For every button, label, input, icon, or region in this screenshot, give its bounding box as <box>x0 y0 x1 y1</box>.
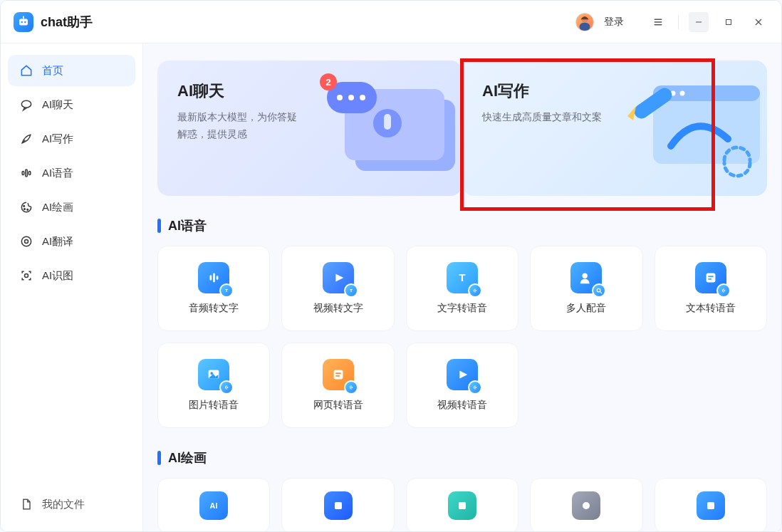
titlebar-divider <box>678 15 679 29</box>
tile-paint-5[interactable] <box>655 478 767 531</box>
web-to-voice-icon <box>323 359 354 390</box>
sidebar-item-voice[interactable]: AI语音 <box>8 157 135 189</box>
hero-card-write[interactable]: AI写作 快速生成高质量文章和文案 <box>462 61 767 196</box>
svg-line-54 <box>600 291 602 293</box>
sidebar-list: 首页 AI聊天 AI写作 AI语音 AI绘画 <box>8 55 135 291</box>
window-close-button[interactable] <box>749 12 768 32</box>
svg-point-4 <box>23 16 24 17</box>
svg-rect-11 <box>726 19 731 24</box>
tile-paint-1[interactable]: AI <box>157 478 270 531</box>
svg-rect-16 <box>22 172 24 175</box>
window-maximize-button[interactable] <box>719 12 739 32</box>
svg-point-14 <box>21 100 31 108</box>
tile-web-to-voice[interactable]: 网页转语音 <box>281 343 394 428</box>
svg-rect-69 <box>350 386 350 388</box>
svg-rect-59 <box>723 288 724 293</box>
svg-rect-42 <box>210 275 212 280</box>
svg-rect-71 <box>352 387 353 389</box>
section-bar-icon <box>157 451 161 465</box>
svg-text:AI: AI <box>210 501 218 510</box>
tile-label: 音频转文字 <box>189 302 239 315</box>
svg-rect-51 <box>476 290 476 292</box>
svg-text:T: T <box>459 272 466 283</box>
sidebar-item-paint[interactable]: AI绘画 <box>8 192 135 223</box>
svg-point-62 <box>211 372 214 375</box>
hero-chat-desc: 最新版本大模型，为你答疑解惑，提供灵感 <box>177 109 306 143</box>
svg-rect-80 <box>707 502 714 509</box>
svg-text:T: T <box>225 288 228 293</box>
sidebar-item-label: AI语音 <box>42 167 73 180</box>
pen-icon <box>19 132 33 146</box>
sidebar-item-chat[interactable]: AI聊天 <box>8 89 135 120</box>
svg-rect-64 <box>226 385 227 390</box>
tile-label: 图片转语音 <box>189 399 239 412</box>
tile-paint-4[interactable] <box>530 478 642 531</box>
text-to-voice-icon: T <box>447 262 478 293</box>
tile-paint-2[interactable] <box>281 478 394 531</box>
svg-point-20 <box>24 209 26 210</box>
paint-tile-icon <box>572 491 600 520</box>
hero-card-chat[interactable]: AI聊天 最新版本大模型，为你答疑解惑，提供灵感 2 <box>157 61 462 196</box>
sidebar-item-label: AI识图 <box>42 269 73 283</box>
paint-tile-icon <box>324 491 353 520</box>
image-to-voice-icon <box>198 359 229 390</box>
sidebar-item-home[interactable]: 首页 <box>8 55 135 86</box>
svg-rect-67 <box>335 372 340 374</box>
tile-multi-dub[interactable]: 多人配音 <box>530 246 642 331</box>
paint-tiles-row: AI <box>157 478 767 531</box>
tile-video-to-voice[interactable]: 视频转语音 <box>406 343 518 428</box>
login-label[interactable]: 登录 <box>604 16 624 28</box>
section-paint: AI绘画 AI <box>157 449 767 531</box>
main-content: AI聊天 最新版本大模型，为你答疑解惑，提供灵感 2 <box>143 43 781 531</box>
svg-marker-72 <box>459 371 467 379</box>
svg-rect-50 <box>475 288 476 293</box>
tile-audio-to-text[interactable]: T 音频转文字 <box>157 246 270 331</box>
sidebar-item-label: AI聊天 <box>42 98 73 112</box>
tile-label: 网页转语音 <box>313 399 363 412</box>
svg-rect-70 <box>350 385 351 390</box>
sidebar-item-label: AI翻译 <box>42 235 73 249</box>
svg-rect-75 <box>476 387 476 389</box>
tile-video-to-text[interactable]: T 视频转文字 <box>281 246 394 331</box>
window-minimize-button[interactable] <box>689 12 709 32</box>
sidebar-item-write[interactable]: AI写作 <box>8 123 135 155</box>
paint-tile-icon: AI <box>199 491 228 520</box>
svg-rect-68 <box>335 375 340 377</box>
voice-tiles-row2: 图片转语音 网页转语音 视频转语音 <box>157 343 767 428</box>
palette-icon <box>19 200 33 214</box>
svg-rect-43 <box>213 273 215 283</box>
sidebar-item-files[interactable]: 我的文件 <box>8 489 135 520</box>
hero-write-title: AI写作 <box>482 80 747 102</box>
svg-rect-18 <box>28 172 31 175</box>
hamburger-menu-icon[interactable] <box>648 12 668 32</box>
svg-marker-46 <box>335 274 343 282</box>
svg-rect-77 <box>335 502 342 509</box>
sidebar-item-scan[interactable]: AI识图 <box>8 260 135 291</box>
svg-rect-63 <box>225 386 226 388</box>
svg-point-27 <box>373 109 402 137</box>
tile-paint-3[interactable] <box>406 478 518 531</box>
svg-rect-6 <box>580 22 590 30</box>
avatar[interactable] <box>575 13 594 31</box>
svg-point-24 <box>25 274 28 278</box>
tile-label: 视频转语音 <box>437 399 487 412</box>
svg-point-1 <box>21 21 23 22</box>
svg-point-21 <box>27 209 28 211</box>
paint-tile-icon <box>448 491 476 520</box>
tile-label: 视频转文字 <box>313 302 363 315</box>
svg-point-23 <box>25 240 28 244</box>
hero-write-desc: 快速生成高质量文章和文案 <box>482 109 610 126</box>
svg-rect-25 <box>355 100 455 171</box>
home-icon <box>19 63 33 78</box>
svg-rect-0 <box>19 19 28 25</box>
sidebar-item-translate[interactable]: AI翻译 <box>8 226 135 257</box>
app-title: chat助手 <box>41 14 93 31</box>
tile-label: 多人配音 <box>566 302 606 315</box>
tile-image-to-voice[interactable]: 图片转语音 <box>157 343 270 428</box>
tile-text-to-speech[interactable]: 文本转语音 <box>655 246 767 331</box>
video-to-text-icon: T <box>323 262 354 293</box>
voice-tiles-row1: T 音频转文字 T 视频转文字 T <box>157 246 767 331</box>
translate-icon <box>19 234 33 249</box>
svg-rect-28 <box>384 114 391 130</box>
tile-text-to-voice[interactable]: T 文字转语音 <box>406 246 518 331</box>
